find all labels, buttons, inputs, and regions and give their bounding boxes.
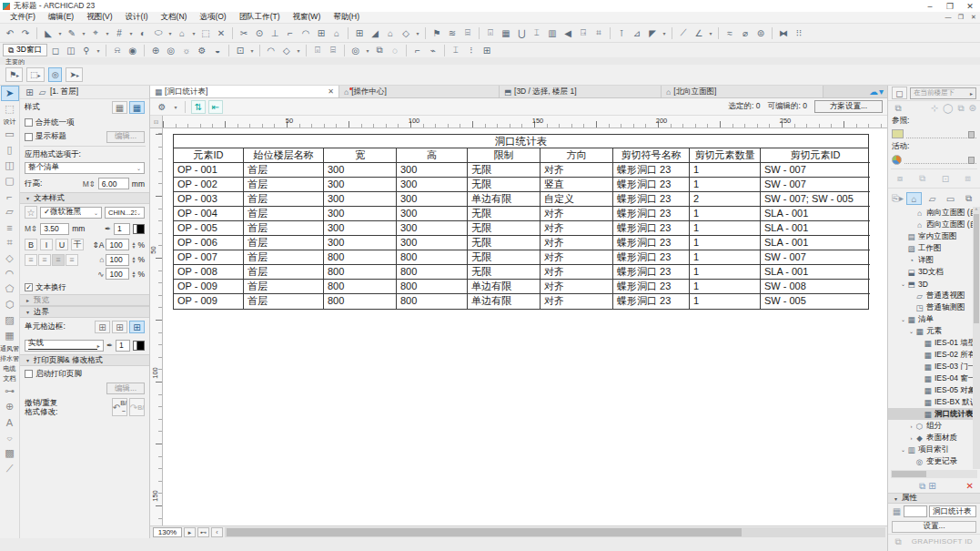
table-cell[interactable]: 首层 [244, 221, 324, 236]
spacing-factor-input[interactable]: 100 [106, 268, 129, 280]
shell-tool[interactable]: ◠ [1, 266, 19, 281]
dropdown-arrow-icon[interactable]: ▾ [707, 26, 714, 40]
toolbar-icon[interactable]: ⌗ [591, 26, 606, 40]
toolbar-icon[interactable]: ◫ [64, 44, 78, 57]
table-cell[interactable]: 800 [324, 294, 397, 309]
toolbar-icon[interactable]: ⊞ [352, 26, 367, 40]
element-snap-icon[interactable]: ⧈ [965, 173, 971, 184]
tree-item-16[interactable]: ▦IES-BX 默认的BI... [888, 396, 980, 408]
table-cell[interactable]: 对齐 [541, 207, 613, 221]
align-justify-icon[interactable]: ≡ [66, 254, 78, 266]
column-tool[interactable]: ▢ [1, 173, 19, 189]
tree-item-14[interactable]: ▦IES-04 窗一览表 [888, 372, 980, 384]
mesh-tool[interactable]: ▦ [1, 328, 19, 343]
undo-format-icon[interactable]: ↶B/− [112, 398, 127, 416]
dropdown-arrow-icon[interactable]: ▾ [364, 44, 371, 57]
redo-format-icon[interactable]: ↷B/ [129, 398, 145, 416]
toolbar-icon[interactable]: ✂ [237, 26, 251, 40]
table-cell[interactable]: 无限 [468, 236, 541, 250]
toolbar-icon[interactable]: ⌻ [483, 26, 498, 40]
table-cell[interactable]: 300 [397, 236, 468, 250]
toolbar-icon[interactable]: ⊞ [314, 26, 328, 40]
arrow-mode-button[interactable]: ◎ [48, 67, 63, 82]
row-height-input[interactable]: 6.00 [98, 178, 129, 189]
toolbar-icon[interactable]: ≈ [722, 26, 737, 40]
slab-tool[interactable]: ▱ [1, 204, 19, 219]
tree-expand-icon[interactable]: ⌄ [900, 281, 906, 287]
border-all-icon[interactable]: ⊞ [129, 321, 145, 333]
toolbar-icon[interactable]: ▦ [499, 26, 513, 40]
table-cell[interactable]: 1 [690, 178, 761, 192]
table-cell[interactable]: 蝶形洞口 23 [613, 265, 690, 280]
table-cell[interactable]: SLA - 001 [761, 221, 870, 236]
table-cell[interactable]: 单边有限 [468, 192, 541, 207]
wall-tool[interactable]: ▭ [1, 127, 19, 142]
beam-tool[interactable]: ⌐ [1, 189, 19, 204]
gravity-icon[interactable]: ⊡ [942, 174, 949, 184]
column-header[interactable]: 始位楼层名称 [244, 148, 324, 163]
table-cell[interactable]: 蝶形洞口 23 [613, 221, 690, 236]
toolbar-icon[interactable]: ⊿ [630, 26, 644, 40]
column-header[interactable]: 高 [397, 148, 468, 163]
text-tool[interactable]: A [1, 414, 19, 430]
reference-layer-icon[interactable]: ⧉ [957, 103, 964, 114]
toolbar-icon[interactable]: ◎ [349, 44, 363, 57]
tree-item-2[interactable]: ▤室内立面图 [888, 230, 980, 242]
fit-in-window-icon[interactable]: ⊷ [197, 527, 209, 537]
toolbar-icon[interactable]: ⌁ [426, 44, 440, 57]
toolbar-icon[interactable]: ⌐ [410, 44, 425, 57]
table-cell[interactable]: 800 [397, 265, 468, 280]
navigator-menu-icon[interactable]: ⎘▸ [892, 193, 904, 204]
tree-item-11[interactable]: ▦IES-01 墙壁一览... [888, 337, 980, 349]
toolbar-icon[interactable]: ⌂ [383, 26, 398, 40]
dropdown-arrow-icon[interactable]: ▾ [56, 26, 64, 40]
footer-edit-button[interactable]: 编辑... [106, 383, 145, 394]
menu-item-4[interactable]: 文档(N) [155, 12, 194, 23]
column-header[interactable]: 限制 [468, 148, 541, 163]
table-cell[interactable]: 对齐 [541, 163, 613, 178]
table-cell[interactable]: 自定义 [541, 192, 613, 207]
show-headline-checkbox[interactable] [25, 133, 33, 141]
line-type-select[interactable]: 实线▸ [25, 340, 104, 352]
table-cell[interactable]: 1 [690, 265, 761, 280]
schedule-canvas[interactable]: 洞口统计表 元素ID始位楼层名称宽高限制方向剪切符号名称剪切元素数量剪切元素ID… [163, 128, 887, 525]
pen-number-input[interactable]: 1 [114, 223, 130, 235]
toolbar-icon[interactable]: ⌖ [88, 26, 103, 40]
toolbar-icon[interactable]: ⚑ [429, 26, 444, 40]
tree-item-15[interactable]: ▦IES-05 对象名录 [888, 384, 980, 396]
magic-wand-icon[interactable]: ⧉ [919, 173, 925, 184]
toolbar-icon[interactable]: ◇ [279, 44, 294, 57]
border-section[interactable]: ▾边界 [20, 306, 149, 318]
ruler-corner[interactable]: ⊡ [150, 116, 163, 128]
table-cell[interactable]: OP - 009 [174, 280, 244, 294]
marquee-settings-button[interactable]: ⬚▸ [26, 67, 45, 82]
table-cell[interactable]: 800 [397, 280, 468, 294]
toolbar-icon[interactable]: ✎ [65, 26, 79, 40]
dropdown-arrow-icon[interactable]: ▾ [95, 44, 102, 57]
delete-icon[interactable]: ✕ [966, 481, 976, 491]
text-style-section[interactable]: ▾文本样式 [20, 192, 149, 204]
graphisoft-window-icon[interactable]: ⧉ [892, 536, 904, 547]
table-cell[interactable]: 1 [690, 207, 761, 221]
apply-format-select[interactable]: 整个清单⌄ [25, 162, 145, 174]
stair-tool[interactable]: ≡ [1, 219, 19, 235]
fit-columns-icon[interactable]: ⇤ [208, 100, 223, 114]
menu-item-7[interactable]: 视窗(W) [287, 12, 328, 23]
table-cell[interactable]: 首层 [244, 280, 324, 294]
table-cell[interactable]: 单边有限 [468, 294, 541, 309]
toolbar-icon[interactable]: ◎ [164, 44, 178, 57]
new-viewpoint-icon[interactable]: ⧉ [919, 481, 925, 492]
scheme-settings-button[interactable]: 方案设置... [814, 100, 883, 113]
marquee-tool[interactable]: ⬚ [1, 101, 19, 117]
menu-item-8[interactable]: 帮助(H) [327, 12, 366, 23]
table-cell[interactable]: 1 [690, 294, 761, 309]
dropdown-arrow-icon[interactable]: ▾ [414, 26, 421, 40]
toolbar-icon[interactable]: ⊞ [480, 44, 494, 57]
navigator-settings-button[interactable]: 设置... [892, 521, 976, 533]
tree-item-21[interactable]: ◎变更记录 [888, 455, 980, 467]
toolbar-icon[interactable]: ⌂ [175, 26, 189, 40]
table-cell[interactable]: 首层 [244, 250, 324, 265]
toolbar-icon[interactable]: ⌸ [460, 26, 475, 40]
table-cell[interactable]: 无限 [468, 207, 541, 221]
tree-item-7[interactable]: ▱普通透视图 [888, 290, 980, 301]
